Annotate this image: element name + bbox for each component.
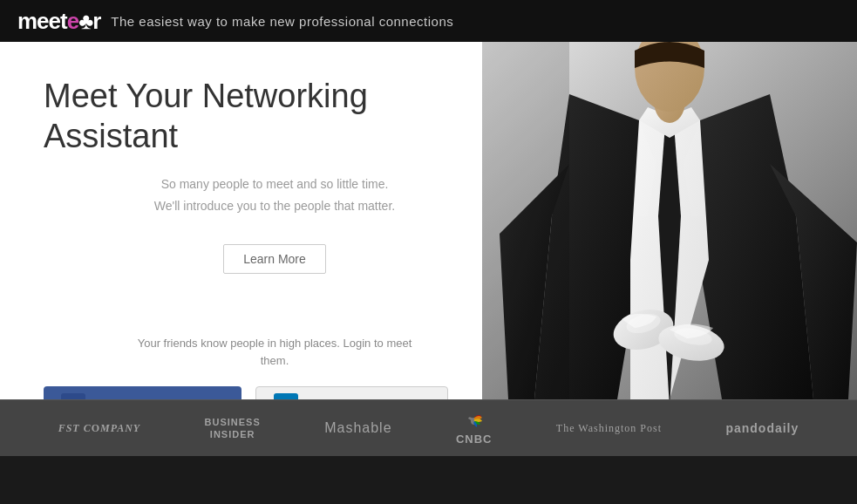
hero-section: Meet Your Networking Assistant So many p… <box>0 42 857 399</box>
pando-text: pandodaily <box>725 421 799 435</box>
logo[interactable]: meete♣r The easiest way to make new prof… <box>17 8 453 35</box>
hero-title: Meet Your Networking Assistant <box>44 77 506 156</box>
login-text-line1: Your friends know people in high places.… <box>138 337 412 350</box>
press-logo-pandodaily: pandodaily <box>725 421 799 435</box>
press-logo-mashable: Mashable <box>324 420 391 436</box>
press-logo-washingtonpost: The Washington Post <box>556 422 662 435</box>
press-logo-fastcompany: FST COMPANY <box>58 422 140 435</box>
header: meete♣r The easiest way to make new prof… <box>0 0 857 42</box>
logo-text: meete♣r <box>17 8 100 35</box>
press-logo-businessinsider: BUSINESSINSIDER <box>205 416 261 441</box>
login-text-line2: them. <box>261 354 289 367</box>
hero-subtitle-line1: So many people to meet and so little tim… <box>161 177 389 191</box>
facebook-btn-label: Login with Facebook <box>94 398 224 399</box>
hero-subtitle-line2: We'll introduce you to the people that m… <box>154 199 395 213</box>
login-buttons: f Login with Facebook in Login with Link… <box>44 386 506 399</box>
cnbc-peacock-icon <box>465 412 484 431</box>
learn-more-button[interactable]: Learn More <box>223 244 326 274</box>
fastcompany-text: FST COMPANY <box>58 422 140 434</box>
tagline: The easiest way to make new professional… <box>111 14 453 29</box>
facebook-icon: f <box>61 393 85 399</box>
facebook-login-button[interactable]: f Login with Facebook <box>44 386 241 399</box>
press-logo-cnbc: CNBC <box>456 412 493 446</box>
linkedin-btn-label: Login with LinkedIn <box>307 398 430 399</box>
linkedin-icon: in <box>274 393 298 399</box>
press-bar: FST COMPANY BUSINESSINSIDER Mashable CNB… <box>0 399 857 456</box>
hero-content: Meet Your Networking Assistant So many p… <box>0 42 541 399</box>
hero-subtitle: So many people to meet and so little tim… <box>44 174 506 217</box>
cnbc-text: CNBC <box>456 432 493 446</box>
login-section: Your friends know people in high places.… <box>44 326 506 399</box>
login-text: Your friends know people in high places.… <box>44 335 506 371</box>
linkedin-login-button[interactable]: in Login with LinkedIn <box>255 386 448 399</box>
